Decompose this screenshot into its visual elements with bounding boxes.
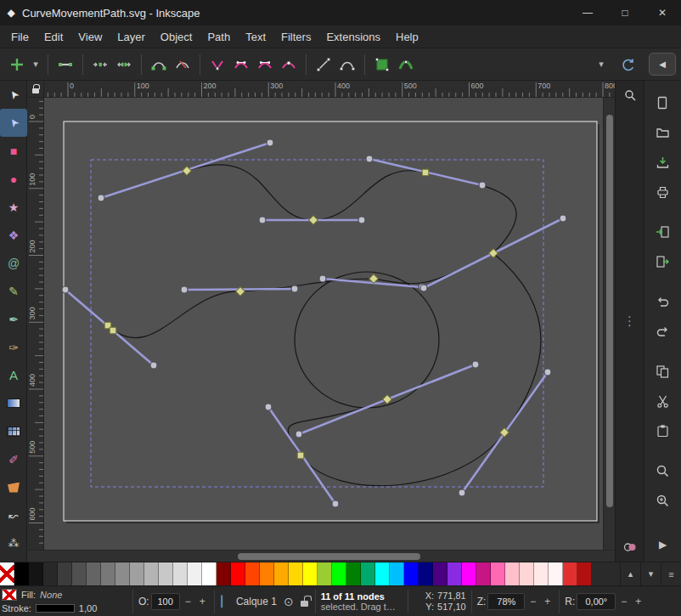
- pen-tool[interactable]: ✒: [0, 305, 27, 333]
- object-to-path-button[interactable]: [370, 53, 394, 76]
- handle-endpoint[interactable]: [459, 489, 465, 496]
- handle-endpoint[interactable]: [181, 286, 188, 293]
- join-nodes-button[interactable]: [88, 53, 112, 76]
- maximize-button[interactable]: □: [606, 0, 644, 25]
- export-button[interactable]: [653, 251, 673, 272]
- handle-endpoint[interactable]: [150, 362, 157, 369]
- palette-menu-button[interactable]: ≡: [661, 562, 681, 585]
- palette-swatch[interactable]: [202, 562, 217, 585]
- minimize-button[interactable]: —: [569, 0, 606, 25]
- no-paint-swatch[interactable]: [2, 589, 17, 601]
- layer-lock-toggle[interactable]: [301, 601, 308, 607]
- segment-line-button[interactable]: [312, 53, 335, 76]
- palette-swatch[interactable]: [0, 562, 14, 585]
- new-document-button[interactable]: [653, 93, 673, 113]
- palette-swatch[interactable]: [173, 562, 188, 585]
- layer-visibility-toggle[interactable]: ⊙: [284, 595, 294, 608]
- rotate-view-button[interactable]: [616, 53, 640, 76]
- menu-view[interactable]: View: [70, 27, 110, 47]
- handle-endpoint[interactable]: [472, 361, 479, 368]
- open-document-button[interactable]: [653, 122, 673, 143]
- import-button[interactable]: [653, 222, 673, 242]
- palette-swatch[interactable]: [563, 562, 577, 585]
- handle-endpoint[interactable]: [295, 431, 302, 438]
- guide-lock-button[interactable]: [27, 81, 44, 98]
- pencil-tool[interactable]: ✎: [0, 277, 27, 305]
- palette-swatch[interactable]: [404, 562, 419, 585]
- node-tool[interactable]: ➤: [0, 109, 27, 137]
- stroke-to-path-button[interactable]: [394, 53, 418, 76]
- layer-name[interactable]: Calque 1: [236, 596, 277, 608]
- ellipse-tool[interactable]: ●: [0, 165, 27, 193]
- dock-resize-handle[interactable]: ⋮: [623, 314, 636, 329]
- palette-swatch[interactable]: [491, 562, 505, 585]
- close-button[interactable]: ✕: [644, 0, 681, 25]
- handle-endpoint[interactable]: [259, 217, 266, 223]
- handle-endpoint[interactable]: [267, 139, 273, 146]
- collapse-panel-button[interactable]: ◀: [649, 53, 676, 76]
- palette-swatch[interactable]: [346, 562, 361, 585]
- palette-swatch[interactable]: [217, 562, 231, 585]
- save-document-button[interactable]: [653, 152, 673, 172]
- handle-endpoint[interactable]: [332, 500, 339, 507]
- zoom-page-button[interactable]: [653, 490, 673, 511]
- handle-endpoint[interactable]: [544, 369, 551, 376]
- gradient-tool[interactable]: [0, 389, 27, 417]
- path-node[interactable]: [297, 452, 304, 459]
- undo-button[interactable]: [653, 291, 673, 312]
- palette-swatch[interactable]: [505, 562, 520, 585]
- zoom-input[interactable]: 78%: [487, 593, 525, 610]
- handle-endpoint[interactable]: [420, 285, 427, 291]
- palette-swatch[interactable]: [29, 562, 43, 585]
- zoom-increase-button[interactable]: +: [541, 593, 554, 610]
- palette-swatch[interactable]: [375, 562, 390, 585]
- palette-swatch[interactable]: [130, 562, 144, 585]
- palette-swatch[interactable]: [447, 562, 462, 585]
- handle-endpoint[interactable]: [319, 275, 326, 282]
- text-tool[interactable]: A: [0, 361, 27, 389]
- bucket-tool[interactable]: [0, 473, 27, 501]
- segment-curve-button[interactable]: [335, 53, 359, 76]
- palette-swatch[interactable]: [245, 562, 260, 585]
- palette-swatch[interactable]: [260, 562, 274, 585]
- palette-swatch[interactable]: [332, 562, 346, 585]
- horizontal-scrollbar[interactable]: [44, 551, 603, 562]
- palette-swatch[interactable]: [115, 562, 130, 585]
- opacity-increase-button[interactable]: +: [196, 593, 209, 610]
- palette-swatch[interactable]: [361, 562, 375, 585]
- vertical-scrollbar[interactable]: [603, 98, 615, 550]
- mesh-tool[interactable]: [0, 417, 27, 445]
- spray-tool[interactable]: ⁂: [0, 529, 27, 557]
- handle-endpoint[interactable]: [560, 215, 566, 222]
- path-node[interactable]: [422, 169, 429, 176]
- palette-swatch[interactable]: [72, 562, 87, 585]
- handle-endpoint[interactable]: [479, 182, 486, 189]
- palette-swatch[interactable]: [462, 562, 476, 585]
- palette-swatch[interactable]: [101, 562, 115, 585]
- palette-swatch[interactable]: [58, 562, 72, 585]
- palette-swatch[interactable]: [390, 562, 404, 585]
- canvas-viewport[interactable]: [44, 98, 603, 550]
- palette-swatch[interactable]: [549, 562, 563, 585]
- redo-button[interactable]: [653, 321, 673, 342]
- dropper-tool[interactable]: ✐: [0, 445, 27, 473]
- break-nodes-button[interactable]: [112, 53, 136, 76]
- insert-node-button[interactable]: [5, 53, 29, 76]
- path-node[interactable]: [110, 327, 116, 334]
- star-tool[interactable]: ★: [0, 193, 27, 221]
- node-symmetric-button[interactable]: [253, 53, 277, 76]
- menu-object[interactable]: Object: [153, 27, 200, 47]
- color-display-toggle-button[interactable]: [621, 538, 639, 557]
- duplicate-button[interactable]: [653, 361, 673, 381]
- rotation-input[interactable]: 0,00°: [577, 593, 616, 610]
- palette-swatch[interactable]: [318, 562, 332, 585]
- rotation-increase-button[interactable]: +: [632, 593, 644, 610]
- handle-endpoint[interactable]: [98, 195, 104, 201]
- opacity-decrease-button[interactable]: −: [182, 593, 194, 610]
- x-options-button[interactable]: ▾: [594, 59, 608, 70]
- stroke-swatch[interactable]: [36, 604, 75, 613]
- join-with-segment-button[interactable]: [147, 53, 171, 76]
- delete-node-button[interactable]: [53, 53, 77, 76]
- menu-extensions[interactable]: Extensions: [318, 27, 388, 47]
- node-auto-button[interactable]: [277, 53, 301, 76]
